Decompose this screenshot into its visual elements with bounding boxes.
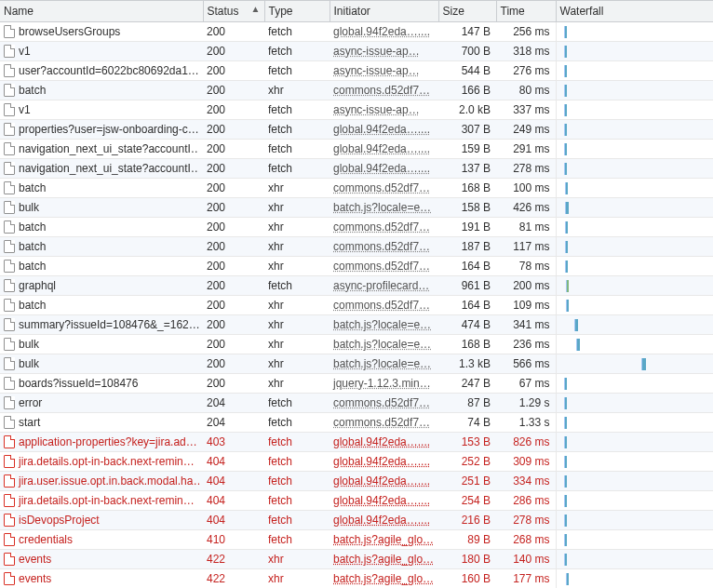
table-row[interactable]: user?accountId=6022bc80692da1…200fetchas… xyxy=(0,61,713,81)
table-row[interactable]: jira.user.issue.opt.in.back.modal.ha…404… xyxy=(0,472,713,491)
time-cell: 826 ms xyxy=(496,433,556,452)
request-name: bulk xyxy=(19,201,39,214)
waterfall-bar xyxy=(565,85,567,97)
table-row[interactable]: batch200xhrcommons.d52df7…164 B109 ms xyxy=(0,296,713,315)
initiator-cell[interactable]: global.94f2eda….... xyxy=(330,120,438,140)
initiator-cell[interactable]: async-issue-ap… xyxy=(330,61,438,81)
table-row[interactable]: batch200xhrcommons.d52df7…166 B80 ms xyxy=(0,81,713,100)
initiator-cell[interactable]: async-profilecard… xyxy=(330,276,438,296)
waterfall-bar xyxy=(567,280,569,292)
table-row[interactable]: graphql200fetchasync-profilecard…961 B20… xyxy=(0,276,713,296)
time-cell: 81 ms xyxy=(496,218,556,237)
time-cell: 278 ms xyxy=(496,511,556,530)
initiator-cell[interactable]: commons.d52df7… xyxy=(330,218,438,237)
waterfall-cell xyxy=(556,159,713,179)
table-row[interactable]: bulk200xhrbatch.js?locale=e…168 B236 ms xyxy=(0,335,713,354)
waterfall-bar xyxy=(575,319,578,331)
file-icon xyxy=(4,84,15,97)
waterfall-cell xyxy=(556,198,713,218)
table-row[interactable]: navigation_next_ui_state?accountI…200fet… xyxy=(0,159,713,179)
table-row[interactable]: batch200xhrcommons.d52df7…168 B100 ms xyxy=(0,179,713,198)
table-row[interactable]: jira.details.opt-in-back.next-remin…404f… xyxy=(0,491,713,511)
initiator-cell[interactable]: global.94f2eda….... xyxy=(330,433,438,452)
col-name[interactable]: Name xyxy=(0,1,203,22)
waterfall-cell xyxy=(556,22,713,42)
col-initiator[interactable]: Initiator xyxy=(330,1,438,22)
initiator-cell[interactable]: commons.d52df7… xyxy=(330,237,438,257)
initiator-cell[interactable]: global.94f2eda….... xyxy=(330,140,438,159)
waterfall-cell xyxy=(556,550,713,569)
initiator-cell[interactable]: batch.js?locale=e… xyxy=(330,315,438,335)
col-waterfall[interactable]: Waterfall xyxy=(556,1,713,22)
waterfall-bar xyxy=(565,436,567,448)
table-row[interactable]: summary?issueId=108476&_=162…200xhrbatch… xyxy=(0,315,713,335)
initiator-cell[interactable]: global.94f2eda….... xyxy=(330,472,438,491)
table-row[interactable]: application-properties?key=jira.ad…403fe… xyxy=(0,433,713,452)
status-cell: 200 xyxy=(203,335,264,354)
initiator-cell[interactable]: commons.d52df7… xyxy=(330,296,438,315)
file-icon xyxy=(4,299,15,312)
file-icon xyxy=(4,25,15,38)
initiator-cell[interactable]: batch.js?locale=e… xyxy=(330,335,438,354)
initiator-cell[interactable]: jquery-1.12.3.min… xyxy=(330,374,438,394)
table-row[interactable]: boards?issueId=108476200xhrjquery-1.12.3… xyxy=(0,374,713,394)
table-row[interactable]: error204fetchcommons.d52df7…87 B1.29 s xyxy=(0,394,713,413)
table-row[interactable]: start204fetchcommons.d52df7…74 B1.33 s xyxy=(0,413,713,433)
table-row[interactable]: jira.details.opt-in-back.next-remin…404f… xyxy=(0,452,713,472)
status-cell: 200 xyxy=(203,296,264,315)
initiator-cell[interactable]: global.94f2eda….... xyxy=(330,22,438,42)
col-status[interactable]: Status ▲ xyxy=(203,1,264,22)
col-type[interactable]: Type xyxy=(264,1,330,22)
initiator-cell[interactable]: batch.js?locale=e… xyxy=(330,198,438,218)
table-row[interactable]: navigation_next_ui_state?accountI…200fet… xyxy=(0,140,713,159)
type-cell: fetch xyxy=(264,120,330,140)
time-cell: 100 ms xyxy=(496,179,556,198)
table-row[interactable]: v1200fetchasync-issue-ap…2.0 kB337 ms xyxy=(0,100,713,120)
waterfall-bar xyxy=(565,26,567,38)
time-cell: 140 ms xyxy=(496,550,556,569)
size-cell: 191 B xyxy=(438,218,496,237)
request-name: batch xyxy=(19,84,46,97)
table-row[interactable]: batch200xhrcommons.d52df7…187 B117 ms xyxy=(0,237,713,257)
initiator-cell[interactable]: commons.d52df7… xyxy=(330,394,438,413)
type-cell: fetch xyxy=(264,394,330,413)
initiator-cell[interactable]: batch.js?locale=e… xyxy=(330,354,438,374)
file-icon xyxy=(4,103,15,116)
initiator-cell[interactable]: batch.js?agile_glo… xyxy=(330,530,438,550)
initiator-cell[interactable]: global.94f2eda….... xyxy=(330,159,438,179)
request-name: credentials xyxy=(19,533,73,546)
table-row[interactable]: browseUsersGroups200fetchglobal.94f2eda…… xyxy=(0,22,713,42)
table-row[interactable]: events422xhrbatch.js?agile_glo…160 B177 … xyxy=(0,569,713,589)
initiator-cell[interactable]: async-issue-ap… xyxy=(330,100,438,120)
initiator-cell[interactable]: commons.d52df7… xyxy=(330,413,438,433)
size-cell: 87 B xyxy=(438,394,496,413)
table-row[interactable]: bulk200xhrbatch.js?locale=e…158 B426 ms xyxy=(0,198,713,218)
initiator-cell[interactable]: commons.d52df7… xyxy=(330,257,438,276)
initiator-cell[interactable]: batch.js?agile_glo… xyxy=(330,550,438,569)
table-row[interactable]: events422xhrbatch.js?agile_glo…180 B140 … xyxy=(0,550,713,569)
col-time[interactable]: Time xyxy=(496,1,556,22)
table-row[interactable]: isDevopsProject404fetchglobal.94f2eda…..… xyxy=(0,511,713,530)
table-row[interactable]: credentials410fetchbatch.js?agile_glo…89… xyxy=(0,530,713,550)
col-size[interactable]: Size xyxy=(438,1,496,22)
waterfall-bar xyxy=(565,495,567,507)
initiator-cell[interactable]: async-issue-ap… xyxy=(330,42,438,61)
initiator-cell[interactable]: commons.d52df7… xyxy=(330,81,438,100)
size-cell: 1.3 kB xyxy=(438,354,496,374)
status-cell: 404 xyxy=(203,511,264,530)
initiator-cell[interactable]: global.94f2eda….... xyxy=(330,452,438,472)
request-name: v1 xyxy=(19,103,31,116)
table-row[interactable]: batch200xhrcommons.d52df7…164 B78 ms xyxy=(0,257,713,276)
initiator-cell[interactable]: global.94f2eda….... xyxy=(330,511,438,530)
size-cell: 168 B xyxy=(438,179,496,198)
table-row[interactable]: properties?user=jsw-onboarding-c…200fetc… xyxy=(0,120,713,140)
table-row[interactable]: bulk200xhrbatch.js?locale=e…1.3 kB566 ms xyxy=(0,354,713,374)
table-row[interactable]: v1200fetchasync-issue-ap…700 B318 ms xyxy=(0,42,713,61)
size-cell: 700 B xyxy=(438,42,496,61)
initiator-cell[interactable]: batch.js?agile_glo… xyxy=(330,569,438,589)
initiator-cell[interactable]: commons.d52df7… xyxy=(330,179,438,198)
waterfall-cell xyxy=(556,296,713,315)
initiator-cell[interactable]: global.94f2eda….... xyxy=(330,491,438,511)
size-cell: 252 B xyxy=(438,452,496,472)
table-row[interactable]: batch200xhrcommons.d52df7…191 B81 ms xyxy=(0,218,713,237)
